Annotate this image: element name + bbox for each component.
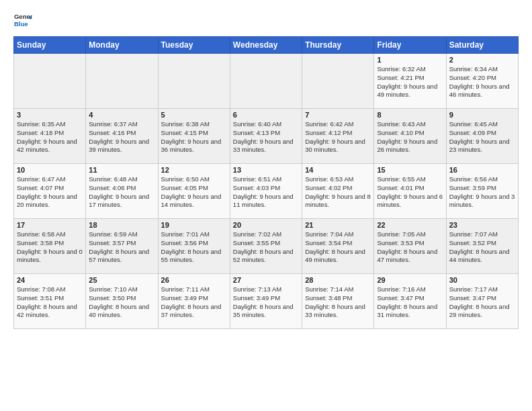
- svg-text:Blue: Blue: [14, 20, 28, 28]
- day-number: 19: [161, 221, 227, 229]
- day-info: Sunrise: 6:51 AM Sunset: 4:03 PM Dayligh…: [233, 175, 299, 210]
- day-number: 26: [161, 276, 227, 284]
- calendar-table: SundayMondayTuesdayWednesdayThursdayFrid…: [13, 36, 519, 329]
- calendar-cell: 22Sunrise: 7:05 AM Sunset: 3:53 PM Dayli…: [374, 219, 446, 274]
- day-number: 10: [17, 166, 83, 174]
- calendar-cell: 3Sunrise: 6:35 AM Sunset: 4:18 PM Daylig…: [14, 109, 86, 164]
- day-number: 15: [377, 166, 443, 174]
- calendar-day-header: Monday: [86, 37, 158, 54]
- day-number: 25: [89, 276, 154, 284]
- day-number: 21: [305, 221, 371, 229]
- day-number: 27: [233, 276, 299, 284]
- day-info: Sunrise: 6:34 AM Sunset: 4:20 PM Dayligh…: [449, 65, 515, 99]
- calendar-day-header: Sunday: [14, 37, 86, 54]
- day-number: 9: [449, 111, 515, 119]
- calendar-cell: [14, 54, 86, 109]
- calendar-cell: 11Sunrise: 6:48 AM Sunset: 4:06 PM Dayli…: [86, 164, 158, 219]
- day-number: 16: [449, 166, 515, 174]
- logo: General Blue: [13, 11, 32, 30]
- calendar-week-row: 3Sunrise: 6:35 AM Sunset: 4:18 PM Daylig…: [14, 109, 519, 164]
- day-info: Sunrise: 7:04 AM Sunset: 3:54 PM Dayligh…: [305, 230, 371, 265]
- calendar-cell: 23Sunrise: 7:07 AM Sunset: 3:52 PM Dayli…: [446, 219, 518, 274]
- calendar-cell: 19Sunrise: 7:01 AM Sunset: 3:56 PM Dayli…: [158, 219, 230, 274]
- day-number: 7: [305, 111, 371, 119]
- calendar-cell: 16Sunrise: 6:56 AM Sunset: 3:59 PM Dayli…: [446, 164, 518, 219]
- calendar-cell: [86, 54, 158, 109]
- day-info: Sunrise: 6:53 AM Sunset: 4:02 PM Dayligh…: [305, 175, 371, 210]
- calendar-week-row: 10Sunrise: 6:47 AM Sunset: 4:07 PM Dayli…: [14, 164, 519, 219]
- day-number: 13: [233, 166, 299, 174]
- calendar-cell: [230, 54, 302, 109]
- day-info: Sunrise: 7:05 AM Sunset: 3:53 PM Dayligh…: [377, 230, 443, 265]
- calendar-cell: 30Sunrise: 7:17 AM Sunset: 3:47 PM Dayli…: [446, 274, 518, 329]
- day-info: Sunrise: 6:37 AM Sunset: 4:16 PM Dayligh…: [89, 120, 154, 154]
- day-info: Sunrise: 7:17 AM Sunset: 3:47 PM Dayligh…: [449, 285, 515, 320]
- day-info: Sunrise: 6:47 AM Sunset: 4:07 PM Dayligh…: [17, 175, 83, 210]
- day-info: Sunrise: 7:08 AM Sunset: 3:51 PM Dayligh…: [17, 285, 83, 320]
- day-info: Sunrise: 7:14 AM Sunset: 3:48 PM Dayligh…: [305, 285, 371, 320]
- logo-icon: General Blue: [13, 11, 32, 30]
- calendar-header-row: SundayMondayTuesdayWednesdayThursdayFrid…: [14, 37, 519, 54]
- day-info: Sunrise: 6:55 AM Sunset: 4:01 PM Dayligh…: [377, 175, 443, 210]
- day-number: 20: [233, 221, 299, 229]
- day-number: 8: [377, 111, 443, 119]
- day-number: 23: [449, 221, 515, 229]
- day-number: 3: [17, 111, 83, 119]
- calendar-day-header: Thursday: [302, 37, 374, 54]
- calendar-cell: 24Sunrise: 7:08 AM Sunset: 3:51 PM Dayli…: [14, 274, 86, 329]
- day-info: Sunrise: 7:10 AM Sunset: 3:50 PM Dayligh…: [89, 285, 154, 320]
- calendar-cell: 26Sunrise: 7:11 AM Sunset: 3:49 PM Dayli…: [158, 274, 230, 329]
- calendar-cell: 18Sunrise: 6:59 AM Sunset: 3:57 PM Dayli…: [86, 219, 158, 274]
- calendar-cell: [158, 54, 230, 109]
- day-number: 2: [449, 56, 515, 64]
- day-info: Sunrise: 6:40 AM Sunset: 4:13 PM Dayligh…: [233, 120, 299, 154]
- calendar-day-header: Tuesday: [158, 37, 230, 54]
- day-info: Sunrise: 6:48 AM Sunset: 4:06 PM Dayligh…: [89, 175, 154, 210]
- day-info: Sunrise: 7:13 AM Sunset: 3:49 PM Dayligh…: [233, 285, 299, 320]
- day-number: 5: [161, 111, 227, 119]
- calendar-cell: 29Sunrise: 7:16 AM Sunset: 3:47 PM Dayli…: [374, 274, 446, 329]
- calendar-cell: 17Sunrise: 6:58 AM Sunset: 3:58 PM Dayli…: [14, 219, 86, 274]
- calendar-cell: 9Sunrise: 6:45 AM Sunset: 4:09 PM Daylig…: [446, 109, 518, 164]
- calendar-cell: 1Sunrise: 6:32 AM Sunset: 4:21 PM Daylig…: [374, 54, 446, 109]
- day-info: Sunrise: 7:02 AM Sunset: 3:55 PM Dayligh…: [233, 230, 299, 265]
- day-number: 12: [161, 166, 227, 174]
- day-info: Sunrise: 6:58 AM Sunset: 3:58 PM Dayligh…: [17, 230, 83, 265]
- calendar-cell: 12Sunrise: 6:50 AM Sunset: 4:05 PM Dayli…: [158, 164, 230, 219]
- day-info: Sunrise: 6:38 AM Sunset: 4:15 PM Dayligh…: [161, 120, 227, 154]
- day-info: Sunrise: 6:43 AM Sunset: 4:10 PM Dayligh…: [377, 120, 443, 154]
- day-info: Sunrise: 7:16 AM Sunset: 3:47 PM Dayligh…: [377, 285, 443, 320]
- day-info: Sunrise: 7:07 AM Sunset: 3:52 PM Dayligh…: [449, 230, 515, 265]
- day-number: 6: [233, 111, 299, 119]
- day-number: 22: [377, 221, 443, 229]
- day-number: 17: [17, 221, 83, 229]
- day-number: 14: [305, 166, 371, 174]
- calendar-week-row: 17Sunrise: 6:58 AM Sunset: 3:58 PM Dayli…: [14, 219, 519, 274]
- calendar-week-row: 24Sunrise: 7:08 AM Sunset: 3:51 PM Dayli…: [14, 274, 519, 329]
- page-header: General Blue: [13, 11, 519, 30]
- calendar-cell: [302, 54, 374, 109]
- calendar-cell: 6Sunrise: 6:40 AM Sunset: 4:13 PM Daylig…: [230, 109, 302, 164]
- calendar-cell: 14Sunrise: 6:53 AM Sunset: 4:02 PM Dayli…: [302, 164, 374, 219]
- calendar-day-header: Saturday: [446, 37, 518, 54]
- calendar-cell: 10Sunrise: 6:47 AM Sunset: 4:07 PM Dayli…: [14, 164, 86, 219]
- calendar-cell: 20Sunrise: 7:02 AM Sunset: 3:55 PM Dayli…: [230, 219, 302, 274]
- calendar-week-row: 1Sunrise: 6:32 AM Sunset: 4:21 PM Daylig…: [14, 54, 519, 109]
- calendar-cell: 2Sunrise: 6:34 AM Sunset: 4:20 PM Daylig…: [446, 54, 518, 109]
- day-info: Sunrise: 6:35 AM Sunset: 4:18 PM Dayligh…: [17, 120, 83, 154]
- day-number: 4: [89, 111, 154, 119]
- calendar-day-header: Friday: [374, 37, 446, 54]
- day-number: 11: [89, 166, 154, 174]
- day-number: 1: [377, 56, 443, 64]
- calendar-cell: 13Sunrise: 6:51 AM Sunset: 4:03 PM Dayli…: [230, 164, 302, 219]
- day-number: 24: [17, 276, 83, 284]
- day-info: Sunrise: 6:59 AM Sunset: 3:57 PM Dayligh…: [89, 230, 154, 265]
- calendar-cell: 8Sunrise: 6:43 AM Sunset: 4:10 PM Daylig…: [374, 109, 446, 164]
- calendar-cell: 28Sunrise: 7:14 AM Sunset: 3:48 PM Dayli…: [302, 274, 374, 329]
- calendar-cell: 21Sunrise: 7:04 AM Sunset: 3:54 PM Dayli…: [302, 219, 374, 274]
- day-info: Sunrise: 7:01 AM Sunset: 3:56 PM Dayligh…: [161, 230, 227, 265]
- calendar-day-header: Wednesday: [230, 37, 302, 54]
- day-number: 28: [305, 276, 371, 284]
- calendar-cell: 4Sunrise: 6:37 AM Sunset: 4:16 PM Daylig…: [86, 109, 158, 164]
- day-number: 29: [377, 276, 443, 284]
